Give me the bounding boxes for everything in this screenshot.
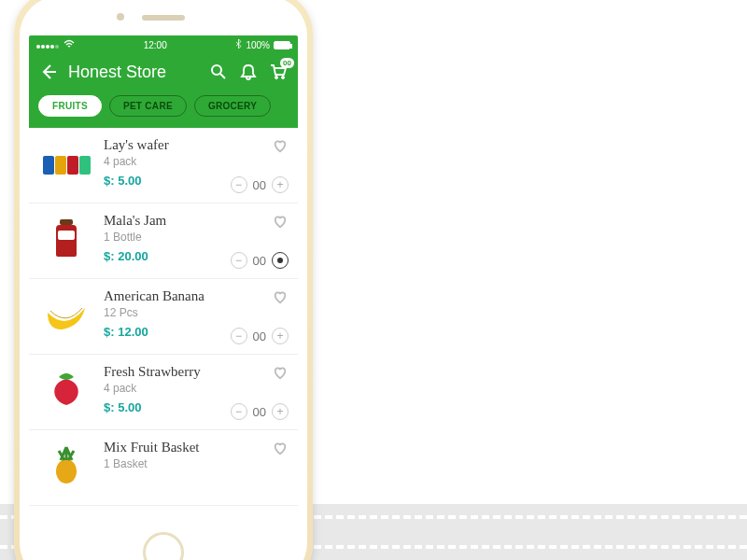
svg-point-3 [56, 459, 77, 483]
qty-increase-button[interactable]: + [272, 176, 289, 193]
qty-value: 00 [253, 329, 266, 343]
home-button[interactable] [143, 532, 184, 560]
cart-badge: 00 [280, 58, 294, 68]
qty-increase-button[interactable] [272, 252, 289, 269]
svg-point-2 [282, 77, 285, 79]
qty-value: 00 [253, 254, 266, 268]
product-name: Lay's wafer [104, 137, 221, 153]
tab-fruits[interactable]: FRUITS [38, 95, 102, 117]
product-subtitle: 4 pack [104, 155, 221, 168]
app-screen: 12:00 100% Honest Store [29, 35, 298, 526]
svg-point-0 [212, 65, 221, 75]
status-bar: 12:00 100% [29, 35, 298, 54]
product-image [38, 364, 94, 420]
favorite-button[interactable] [272, 137, 289, 158]
tab-grocery[interactable]: GROCERY [194, 95, 271, 117]
product-name: American Banana [104, 288, 221, 304]
product-name: Mala's Jam [104, 213, 221, 229]
category-tabs: FRUITS PET CARE GROCERY [29, 90, 298, 128]
quantity-stepper: − 00 [231, 252, 289, 269]
product-list[interactable]: Lay's wafer 4 pack $: 5.00 − 00 + Mala's… [29, 128, 298, 506]
favorite-button[interactable] [272, 364, 289, 385]
product-row[interactable]: Lay's wafer 4 pack $: 5.00 − 00 + [29, 128, 298, 203]
back-button[interactable] [38, 62, 59, 82]
battery-icon [274, 41, 290, 49]
signal-dots-icon [36, 40, 60, 50]
status-time: 12:00 [144, 40, 167, 50]
product-subtitle: 1 Basket [104, 457, 262, 470]
qty-decrease-button[interactable]: − [231, 403, 247, 420]
product-row[interactable]: Fresh Strawberry 4 pack $: 5.00 − 00 + [29, 355, 298, 430]
notifications-button[interactable] [238, 62, 259, 82]
product-subtitle: 4 pack [104, 382, 221, 395]
cart-button[interactable]: 00 [268, 62, 289, 82]
product-name: Fresh Strawberry [104, 364, 221, 380]
product-price: $: 5.00 [104, 400, 221, 414]
favorite-button[interactable] [272, 440, 289, 460]
product-price: $: 12.00 [104, 325, 221, 339]
favorite-button[interactable] [272, 288, 289, 309]
tab-pet-care[interactable]: PET CARE [109, 95, 187, 117]
favorite-button[interactable] [272, 213, 289, 233]
navbar: Honest Store 00 [29, 54, 298, 90]
product-row[interactable]: Mala's Jam 1 Bottle $: 20.00 − 00 [29, 203, 298, 279]
product-image [38, 440, 94, 496]
qty-decrease-button[interactable]: − [231, 176, 247, 193]
bluetooth-icon [235, 39, 242, 50]
product-subtitle: 1 Bottle [104, 231, 221, 244]
qty-value: 00 [253, 405, 266, 419]
qty-increase-button[interactable]: + [272, 403, 289, 420]
qty-decrease-button[interactable]: − [231, 252, 247, 269]
product-row[interactable]: Mix Fruit Basket 1 Basket [29, 430, 298, 506]
phone-speaker [142, 15, 185, 21]
product-price: $: 5.00 [104, 174, 221, 188]
quantity-stepper: − 00 + [231, 328, 289, 344]
quantity-stepper: − 00 + [231, 176, 289, 193]
product-price: $: 20.00 [104, 249, 221, 263]
product-name: Mix Fruit Basket [104, 440, 262, 455]
quantity-stepper: − 00 + [231, 403, 289, 420]
product-image [38, 137, 94, 193]
phone-frame: 12:00 100% Honest Store [14, 0, 313, 560]
product-image [38, 288, 94, 344]
product-subtitle: 12 Pcs [104, 306, 221, 319]
phone-camera [117, 13, 124, 21]
product-row[interactable]: American Banana 12 Pcs $: 12.00 − 00 + [29, 279, 298, 355]
svg-point-1 [275, 77, 278, 79]
wifi-icon [63, 39, 75, 50]
qty-increase-button[interactable]: + [272, 328, 289, 344]
page-title: Honest Store [68, 63, 199, 82]
search-button[interactable] [208, 62, 229, 82]
product-image [38, 213, 94, 269]
qty-value: 00 [253, 178, 266, 192]
qty-decrease-button[interactable]: − [231, 328, 247, 344]
battery-percent: 100% [246, 40, 270, 50]
